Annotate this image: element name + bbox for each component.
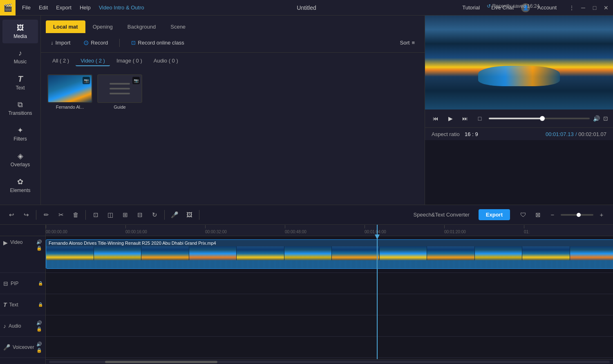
voice-track-label: Voiceover: [13, 344, 34, 350]
win-close-btn[interactable]: ✕: [601, 2, 611, 13]
cut-btn[interactable]: ✂: [54, 208, 67, 221]
shield-btn[interactable]: 🛡: [517, 208, 530, 221]
save-icon: ↺: [487, 3, 491, 9]
bottom-area: ↩ ↪ ✏ ✂ 🗑 ⊡ ◫ ⊞ ⊟ ↻ 🎤 🖼 Speech&Text Conv…: [0, 205, 613, 364]
title-bar-right: ↺ Recently saved 16:24 Tutorial Live Cha…: [458, 2, 613, 13]
sort-btn[interactable]: Sort ≡: [397, 38, 418, 47]
fit-btn[interactable]: ⊠: [531, 208, 544, 221]
progress-handle[interactable]: [540, 116, 545, 121]
speed-btn[interactable]: ◫: [104, 208, 117, 221]
img-btn[interactable]: 🖼: [183, 208, 196, 221]
music-icon: ♪: [18, 49, 22, 58]
sidebar-item-text[interactable]: T Text: [2, 70, 38, 95]
transitions-icon: ⧉: [18, 100, 23, 109]
track-row-voice: [46, 337, 613, 358]
video-clip[interactable]: Fernando Alonso Drives Title-Winning Ren…: [46, 239, 613, 269]
filter-video[interactable]: Video ( 2 ): [76, 56, 110, 66]
redo-btn[interactable]: ↪: [20, 208, 33, 221]
sidebar-item-overlays[interactable]: ◈ Overlays: [2, 147, 38, 172]
track-gradient: [425, 16, 613, 109]
edit-btn[interactable]: ✏: [40, 208, 53, 221]
guide-camera-icon: 📷: [132, 77, 140, 84]
fast-forward-btn[interactable]: ⏭: [459, 113, 471, 124]
voice-lock-icon[interactable]: 🔒: [36, 348, 42, 353]
pip-track-label: PIP: [11, 281, 18, 286]
scrollbar-thumb[interactable]: [105, 361, 217, 363]
undo-btn[interactable]: ↩: [5, 208, 18, 221]
media-toolbar: ↓ Import ⊙ Record ⊡ Record online class …: [41, 33, 425, 53]
stop-btn[interactable]: □: [474, 113, 485, 124]
pip-btn[interactable]: ⊟: [133, 208, 146, 221]
audio-track-icon: ♪: [3, 323, 6, 329]
mic-btn[interactable]: 🎤: [168, 208, 181, 221]
menu-help[interactable]: Help: [76, 3, 94, 12]
volume-icon[interactable]: 🔊: [593, 115, 600, 122]
export-btn[interactable]: Export: [479, 209, 510, 220]
delete-btn[interactable]: 🗑: [69, 208, 82, 221]
ruler-2: 00:00:32:00: [205, 230, 227, 234]
zoom-slider[interactable]: [561, 214, 593, 216]
media-item-guide[interactable]: 📷 Guide: [97, 74, 142, 109]
record-btn[interactable]: ⊙ Record: [80, 37, 111, 48]
win-maximize-btn[interactable]: □: [589, 2, 600, 13]
h-scrollbar[interactable]: [46, 359, 613, 364]
record-online-btn[interactable]: ⊡ Record online class: [128, 38, 187, 47]
f1-car-shape: [478, 66, 560, 86]
filter-all[interactable]: All ( 2 ): [47, 56, 74, 66]
tab-opening[interactable]: Opening: [85, 20, 120, 33]
menu-video-intro[interactable]: Video Intro & Outro: [96, 3, 148, 12]
sidebar-item-music[interactable]: ♪ Music: [2, 45, 38, 69]
filter-tabs: All ( 2 ) Video ( 2 ) Image ( 0 ) Audio …: [41, 53, 425, 69]
sidebar-item-filters[interactable]: ✦ Filters: [2, 122, 38, 146]
sidebar-item-elements[interactable]: ✿ Elements: [2, 173, 38, 197]
tab-scene[interactable]: Scene: [163, 20, 193, 33]
filter-audio[interactable]: Audio ( 0 ): [149, 56, 183, 66]
f1-label: Fernando Al...: [47, 105, 92, 109]
import-icon: ↓: [51, 40, 54, 46]
sidebar-item-media[interactable]: 🖼 Media: [2, 20, 38, 43]
track-label-video: ▶ Video 🔊 🔒: [0, 236, 45, 273]
crop-btn[interactable]: ⊡: [89, 208, 102, 221]
zoom-handle[interactable]: [577, 213, 581, 217]
audio-lock-icon[interactable]: 🔒: [36, 326, 42, 332]
win-settings-btn[interactable]: ⋮: [566, 2, 577, 13]
text-lock-icon[interactable]: 🔒: [38, 302, 43, 307]
grid-btn[interactable]: ⊞: [119, 208, 132, 221]
time-group: 00:01:07.13 / 00:02:01.07: [546, 130, 606, 138]
speech-text-btn[interactable]: Speech&Text Converter: [409, 210, 474, 219]
sidebar-item-transitions[interactable]: ⧉ Transitions: [2, 96, 38, 120]
tutorial-btn[interactable]: Tutorial: [458, 3, 484, 12]
menu-file[interactable]: File: [19, 3, 34, 12]
toolbar-divider: [119, 39, 120, 47]
sidebar-label-overlays: Overlays: [11, 162, 30, 167]
import-btn[interactable]: ↓ Import: [47, 38, 74, 47]
win-minimize-btn[interactable]: ─: [578, 2, 588, 13]
scrollbar-track[interactable]: [49, 361, 610, 363]
play-btn[interactable]: ▶: [445, 113, 456, 124]
pip-lock-icon[interactable]: 🔒: [38, 281, 43, 286]
window-controls: ⋮ ─ □ ✕: [564, 2, 611, 13]
audio-vol-icon[interactable]: 🔊: [36, 320, 42, 326]
voice-vol-icon[interactable]: 🔊: [36, 342, 42, 347]
menu-export[interactable]: Export: [53, 3, 75, 12]
media-tabs: Local mat Opening Background Scene: [41, 16, 425, 33]
rewind-btn[interactable]: ⏮: [430, 113, 441, 124]
aspect-ratio-value: 16 : 9: [465, 131, 478, 137]
frame-6: [284, 246, 332, 261]
media-item-f1[interactable]: 📷 Fernando Al...: [47, 74, 92, 109]
rotate-btn[interactable]: ↻: [148, 208, 161, 221]
volume-speaker-icon[interactable]: 🔊: [36, 239, 42, 245]
aspect-ratio-group: Aspect ratio 16 : 9: [432, 130, 478, 138]
tab-background[interactable]: Background: [120, 20, 163, 33]
fullscreen-icon[interactable]: ⊡: [603, 115, 608, 122]
preview-progress-bar[interactable]: [489, 118, 590, 119]
track-label-pip: ⊟ PIP 🔒: [0, 273, 45, 294]
filter-image[interactable]: Image ( 0 ): [112, 56, 147, 66]
preview-panel: ⏮ ▶ ⏭ □ 🔊 ⊡ Aspect ratio 16 : 9 00:01:07…: [425, 16, 613, 205]
zoom-out-btn[interactable]: −: [546, 208, 559, 221]
menu-edit[interactable]: Edit: [36, 3, 51, 12]
lock-icon[interactable]: 🔒: [36, 246, 42, 251]
record-online-icon: ⊡: [131, 40, 136, 46]
tab-local-mat[interactable]: Local mat: [46, 20, 85, 33]
zoom-in-btn[interactable]: +: [595, 208, 608, 221]
